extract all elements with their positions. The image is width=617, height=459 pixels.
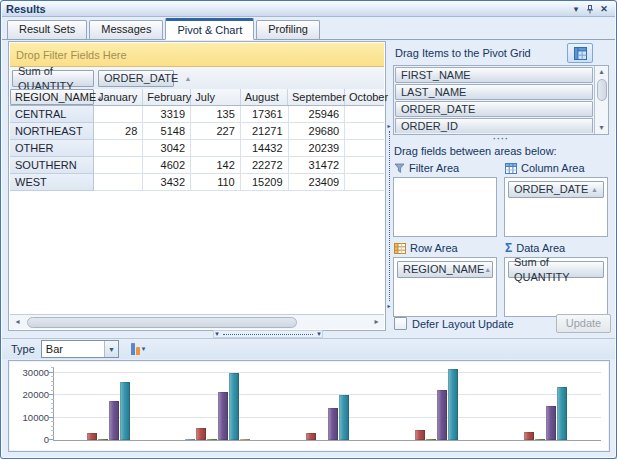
pivot-fields-row: Sum of QUANTITY ORDER_DATE ▲ bbox=[10, 67, 384, 89]
list-resize-handle[interactable]: ···· bbox=[393, 135, 609, 143]
horizontal-splitter[interactable]: ▼ ▼ bbox=[213, 330, 323, 338]
field-list-scrollbar[interactable]: ▴ ▾ bbox=[594, 66, 608, 134]
column-header-august[interactable]: August bbox=[241, 89, 288, 105]
sigma-icon: Σ bbox=[505, 243, 512, 254]
pivot-cell[interactable]: 5148 bbox=[143, 123, 191, 140]
combo-arrow-icon[interactable]: ▼ bbox=[104, 341, 118, 357]
data-area-box[interactable]: Sum of QUANTITY bbox=[504, 257, 608, 317]
row-header-west[interactable]: WEST bbox=[10, 174, 94, 191]
pivot-cell[interactable] bbox=[345, 157, 384, 174]
drag-hint-label: Drag fields between areas below: bbox=[394, 145, 557, 157]
column-area-box[interactable]: ORDER_DATE ▲ bbox=[504, 177, 608, 237]
pivot-grid-layout-button[interactable] bbox=[567, 43, 593, 63]
defer-layout-checkbox[interactable] bbox=[394, 317, 407, 330]
panel-title: Results bbox=[6, 3, 46, 15]
pivot-cell[interactable] bbox=[345, 123, 384, 140]
pivot-cell[interactable] bbox=[94, 157, 144, 174]
y-axis-minor-tick bbox=[51, 430, 54, 431]
field-item-last-name[interactable]: LAST_NAME bbox=[395, 84, 593, 100]
column-field-button[interactable]: ORDER_DATE ▲ bbox=[98, 70, 174, 87]
window-menu-chevron-down-icon[interactable]: ▾ bbox=[569, 3, 583, 16]
pivot-cell[interactable] bbox=[94, 140, 144, 157]
pin-icon[interactable] bbox=[583, 3, 597, 16]
scroll-down-icon[interactable]: ▾ bbox=[595, 122, 609, 134]
pivot-cell[interactable]: 142 bbox=[191, 157, 241, 174]
filter-area-box[interactable] bbox=[393, 177, 497, 237]
pivot-cell[interactable] bbox=[94, 174, 144, 191]
pivot-cell[interactable]: 22272 bbox=[241, 157, 289, 174]
tab-messages[interactable]: Messages bbox=[89, 20, 163, 39]
bar-february-southern bbox=[415, 430, 425, 440]
data-field-button[interactable]: Sum of QUANTITY bbox=[12, 70, 94, 87]
tab-result-sets[interactable]: Result Sets bbox=[7, 20, 87, 39]
chart-appearance-button[interactable]: ▾ bbox=[127, 340, 150, 358]
column-field-label: ORDER_DATE bbox=[104, 71, 178, 86]
field-item-first-name[interactable]: FIRST_NAME bbox=[395, 67, 593, 83]
update-button[interactable]: Update bbox=[556, 314, 611, 333]
scroll-up-icon[interactable]: ▴ bbox=[595, 66, 609, 78]
row-header-central[interactable]: CENTRAL bbox=[10, 106, 94, 123]
bar-august-west bbox=[546, 406, 556, 440]
tab-pivot-chart[interactable]: Pivot & Chart bbox=[165, 18, 254, 40]
column-header-july[interactable]: July bbox=[191, 89, 240, 105]
field-items: FIRST_NAME LAST_NAME ORDER_DATE ORDER_ID bbox=[394, 66, 594, 134]
available-fields-list: FIRST_NAME LAST_NAME ORDER_DATE ORDER_ID… bbox=[393, 65, 609, 135]
pivot-cell[interactable]: 227 bbox=[191, 123, 241, 140]
y-axis-minor-tick bbox=[51, 399, 54, 400]
pivot-cell[interactable]: 135 bbox=[191, 106, 241, 123]
pivot-cell[interactable]: 29680 bbox=[289, 123, 346, 140]
field-item-order-id[interactable]: ORDER_ID bbox=[395, 118, 593, 133]
scrollbar-thumb[interactable] bbox=[597, 79, 607, 101]
bar-july-northeast bbox=[207, 439, 217, 441]
close-icon[interactable]: ✕ bbox=[597, 3, 611, 16]
data-area-item[interactable]: Sum of QUANTITY bbox=[508, 261, 604, 278]
row-header-other[interactable]: OTHER bbox=[10, 140, 94, 157]
row-header-southern[interactable]: SOUTHERN bbox=[10, 157, 94, 174]
pivot-cell[interactable] bbox=[94, 106, 144, 123]
pivot-cell[interactable]: 3319 bbox=[143, 106, 191, 123]
pivot-cell[interactable]: 25946 bbox=[289, 106, 346, 123]
column-header-january[interactable]: January bbox=[94, 89, 143, 105]
row-area-label: Row Area bbox=[394, 241, 458, 255]
pivot-cell[interactable]: 31472 bbox=[289, 157, 346, 174]
tab-profiling[interactable]: Profiling bbox=[256, 20, 320, 39]
vertical-splitter[interactable]: ▸ ▸ bbox=[385, 123, 393, 309]
pivot-cell[interactable]: 15209 bbox=[241, 174, 289, 191]
pivot-cell[interactable] bbox=[345, 106, 384, 123]
splitter-right-icon: ▸ bbox=[387, 303, 390, 309]
chart-type-combobox[interactable]: Bar ▼ bbox=[41, 340, 119, 358]
sort-asc-icon: ▲ bbox=[591, 182, 598, 197]
bar-july-west bbox=[535, 439, 545, 441]
field-item-order-date[interactable]: ORDER_DATE bbox=[395, 101, 593, 117]
row-header-northeast[interactable]: NORTHEAST bbox=[10, 123, 94, 140]
scroll-right-icon[interactable]: ▸ bbox=[369, 315, 384, 329]
pivot-cell[interactable]: 28 bbox=[94, 123, 144, 140]
column-area-item[interactable]: ORDER_DATE ▲ bbox=[508, 181, 604, 198]
pivot-cell[interactable]: 14432 bbox=[241, 140, 289, 157]
pivot-cell[interactable]: 17361 bbox=[241, 106, 289, 123]
pivot-cell[interactable]: 23409 bbox=[289, 174, 346, 191]
pivot-cell[interactable]: 4602 bbox=[143, 157, 191, 174]
scrollbar-thumb[interactable] bbox=[27, 317, 297, 328]
pivot-cell[interactable] bbox=[191, 140, 241, 157]
column-header-october[interactable]: October bbox=[345, 89, 384, 105]
pivot-cell[interactable]: 20239 bbox=[289, 140, 346, 157]
scroll-left-icon[interactable]: ◂ bbox=[10, 315, 25, 329]
pivot-cell[interactable]: 3432 bbox=[143, 174, 191, 191]
splitter-down-icon: ▼ bbox=[316, 331, 322, 337]
column-header-september[interactable]: September bbox=[288, 89, 345, 105]
row-area-box[interactable]: REGION_NAME ▲ bbox=[393, 257, 497, 317]
pivot-column-headers: REGION_NAME ▲ January February July Augu… bbox=[10, 89, 384, 106]
pivot-cell[interactable]: 21271 bbox=[241, 123, 289, 140]
pivot-cell[interactable]: 110 bbox=[191, 174, 241, 191]
bar-august-northeast bbox=[218, 392, 228, 440]
pivot-horizontal-scrollbar[interactable]: ◂ ▸ bbox=[10, 314, 384, 329]
pivot-cell[interactable]: 3042 bbox=[143, 140, 191, 157]
bar-july-central bbox=[98, 439, 108, 441]
pivot-cell[interactable] bbox=[345, 174, 384, 191]
row-area-item[interactable]: REGION_NAME ▲ bbox=[397, 261, 493, 278]
chart-type-label: Type bbox=[11, 343, 35, 355]
row-field-button[interactable]: REGION_NAME ▲ bbox=[10, 89, 94, 105]
pivot-cell[interactable] bbox=[345, 140, 384, 157]
column-header-february[interactable]: February bbox=[143, 89, 191, 105]
